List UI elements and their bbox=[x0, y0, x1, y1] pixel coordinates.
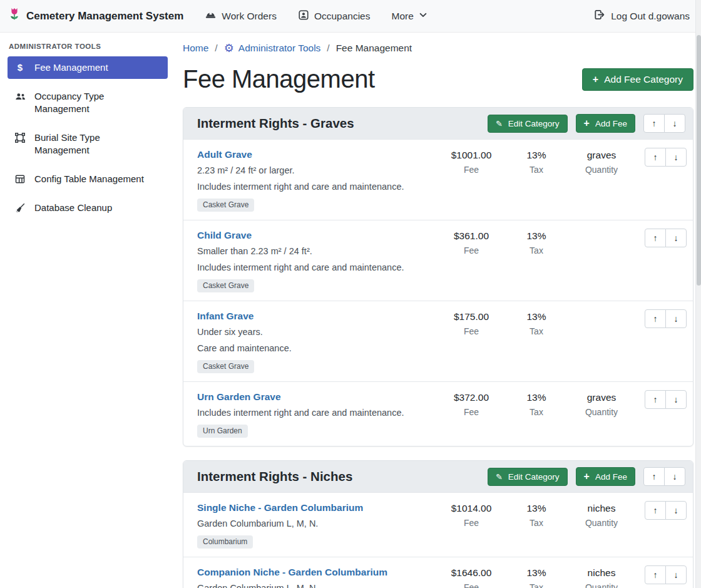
fee-amount: $1014.00 Fee bbox=[439, 501, 504, 528]
fee-description: Care and maintenance. bbox=[197, 341, 422, 356]
fee-description: Smaller than 2.23 m² / 24 ft². bbox=[197, 244, 422, 259]
nav-occupancies[interactable]: Occupancies bbox=[298, 9, 371, 23]
scrollbar-thumb[interactable] bbox=[697, 35, 701, 286]
nav-work-orders[interactable]: Work Orders bbox=[205, 9, 277, 23]
breadcrumb-admin-tools-link[interactable]: ⚙ Administrator Tools bbox=[224, 43, 321, 54]
move-fee-up-button[interactable]: ↑ bbox=[645, 229, 666, 247]
category-title: Interment Rights - Niches bbox=[197, 469, 488, 484]
pencil-icon: ✎ bbox=[496, 473, 503, 481]
fee-amount: $1646.00 Fee bbox=[439, 565, 504, 588]
fee-amount: $361.00 Fee bbox=[439, 229, 504, 255]
fee-name-link[interactable]: Adult Grave bbox=[197, 148, 252, 162]
move-category-down-button[interactable]: ↓ bbox=[664, 467, 685, 486]
breadcrumb-separator: / bbox=[215, 43, 217, 54]
fee-tax: 13% Tax bbox=[504, 565, 569, 588]
fee-type-badge: Columbarium bbox=[197, 535, 253, 549]
gear-icon: ⚙ bbox=[224, 43, 234, 54]
fee-name-link[interactable]: Urn Garden Grave bbox=[197, 390, 281, 404]
fee-tax: 13% Tax bbox=[504, 501, 569, 528]
hard-hat-icon bbox=[205, 9, 217, 23]
plus-icon: + bbox=[593, 75, 598, 85]
fee-quantity bbox=[569, 309, 634, 310]
fee-tax: 13% Tax bbox=[504, 390, 569, 417]
fee-description: Includes interment right and care and ma… bbox=[197, 260, 422, 275]
sidebar-item-occupancy-type[interactable]: Occupancy Type Management bbox=[8, 85, 168, 120]
fee-name-link[interactable]: Child Grave bbox=[197, 229, 252, 242]
fee-name-link[interactable]: Companion Niche - Garden Columbarium bbox=[197, 565, 387, 579]
breadcrumb-home-link[interactable]: Home bbox=[183, 43, 208, 54]
sidebar-item-database-cleanup[interactable]: Database Cleanup bbox=[8, 197, 168, 219]
pencil-icon: ✎ bbox=[496, 120, 503, 128]
nav-occupancies-label: Occupancies bbox=[314, 11, 371, 22]
move-fee-up-button[interactable]: ↑ bbox=[645, 390, 666, 409]
breadcrumb-current: Fee Management bbox=[336, 43, 412, 54]
fee-amount: $175.00 Fee bbox=[439, 309, 504, 336]
fee-description: Garden Columbarium L, M, N. bbox=[197, 581, 422, 588]
fee-description: Includes interment right and care and ma… bbox=[197, 406, 422, 420]
move-fee-up-button[interactable]: ↑ bbox=[645, 309, 666, 328]
sidebar-item-config-table[interactable]: Config Table Management bbox=[8, 168, 168, 190]
fee-row: Single Niche - Garden Columbarium Garden… bbox=[183, 492, 693, 557]
fee-description: 2.23 m² / 24 ft² or larger. bbox=[197, 163, 422, 178]
breadcrumb: Home / ⚙ Administrator Tools / Fee Manag… bbox=[183, 43, 693, 54]
vector-square-icon bbox=[14, 132, 26, 143]
fee-type-badge: Casket Grave bbox=[197, 199, 254, 212]
brand-title: Cemetery Management System bbox=[26, 10, 183, 23]
add-fee-button[interactable]: + Add Fee bbox=[576, 114, 635, 133]
category-header: Interment Rights - Graves ✎ Edit Categor… bbox=[183, 108, 693, 139]
move-fee-up-button[interactable]: ↑ bbox=[645, 565, 666, 584]
move-fee-up-button[interactable]: ↑ bbox=[645, 148, 666, 167]
plus-icon: + bbox=[584, 118, 590, 128]
move-fee-up-button[interactable]: ↑ bbox=[645, 501, 666, 520]
fee-quantity bbox=[569, 229, 634, 229]
move-fee-down-button[interactable]: ↓ bbox=[665, 309, 687, 328]
fee-row: Child Grave Smaller than 2.23 m² / 24 ft… bbox=[183, 220, 693, 301]
move-fee-down-button[interactable]: ↓ bbox=[665, 229, 687, 247]
fee-name-link[interactable]: Infant Grave bbox=[197, 309, 253, 323]
move-category-up-button[interactable]: ↑ bbox=[643, 467, 665, 486]
category-card-niches: Interment Rights - Niches ✎ Edit Categor… bbox=[183, 460, 693, 588]
move-fee-down-button[interactable]: ↓ bbox=[665, 148, 687, 167]
fee-row: Infant Grave Under six years. Care and m… bbox=[183, 301, 693, 381]
app-brand[interactable]: Cemetery Management System bbox=[8, 7, 183, 25]
logout-button[interactable]: Log Out d.gowans bbox=[593, 9, 690, 23]
fee-name-link[interactable]: Single Niche - Garden Columbarium bbox=[197, 501, 363, 515]
nav-work-orders-label: Work Orders bbox=[222, 11, 277, 22]
broom-icon bbox=[14, 202, 26, 214]
edit-category-button[interactable]: ✎ Edit Category bbox=[488, 468, 568, 486]
logout-icon bbox=[593, 9, 605, 23]
table-icon bbox=[14, 173, 26, 185]
fee-amount: $1001.00 Fee bbox=[439, 148, 504, 175]
users-icon bbox=[14, 90, 26, 103]
move-fee-down-button[interactable]: ↓ bbox=[665, 390, 687, 409]
sidebar-heading: ADMINISTRATOR TOOLS bbox=[0, 33, 175, 56]
fee-tax: 13% Tax bbox=[504, 229, 569, 255]
fee-description: Under six years. bbox=[197, 325, 422, 339]
nav-more-label: More bbox=[392, 11, 414, 22]
add-fee-button[interactable]: + Add Fee bbox=[576, 467, 635, 486]
nav-more[interactable]: More bbox=[392, 11, 427, 22]
fee-tax: 13% Tax bbox=[504, 148, 569, 175]
move-fee-down-button[interactable]: ↓ bbox=[665, 565, 687, 584]
fee-tax: 13% Tax bbox=[504, 309, 569, 336]
main-content: Home / ⚙ Administrator Tools / Fee Manag… bbox=[175, 33, 701, 588]
move-category-down-button[interactable]: ↓ bbox=[664, 114, 685, 133]
scrollbar[interactable] bbox=[695, 0, 701, 588]
fee-quantity: graves Quantity bbox=[569, 148, 634, 175]
fee-description: Includes interment right and care and ma… bbox=[197, 180, 422, 194]
sidebar-item-fee-management[interactable]: $ Fee Management bbox=[8, 56, 168, 79]
fee-quantity: niches Quantity bbox=[569, 565, 634, 588]
fee-row: Urn Garden Grave Includes interment righ… bbox=[183, 381, 693, 446]
logout-label: Log Out d.gowans bbox=[611, 11, 690, 22]
fee-row: Adult Grave 2.23 m² / 24 ft² or larger. … bbox=[183, 139, 693, 220]
fee-amount: $372.00 Fee bbox=[439, 390, 504, 417]
sidebar-item-burial-site-type[interactable]: Burial Site Type Management bbox=[8, 126, 168, 162]
dollar-icon: $ bbox=[14, 61, 26, 73]
edit-category-button[interactable]: ✎ Edit Category bbox=[488, 115, 568, 133]
move-fee-down-button[interactable]: ↓ bbox=[665, 501, 687, 520]
breadcrumb-separator: / bbox=[327, 43, 329, 54]
category-card-graves: Interment Rights - Graves ✎ Edit Categor… bbox=[183, 107, 693, 446]
add-fee-category-button[interactable]: + Add Fee Category bbox=[582, 68, 693, 91]
chevron-down-icon bbox=[419, 11, 427, 22]
move-category-up-button[interactable]: ↑ bbox=[643, 114, 665, 133]
